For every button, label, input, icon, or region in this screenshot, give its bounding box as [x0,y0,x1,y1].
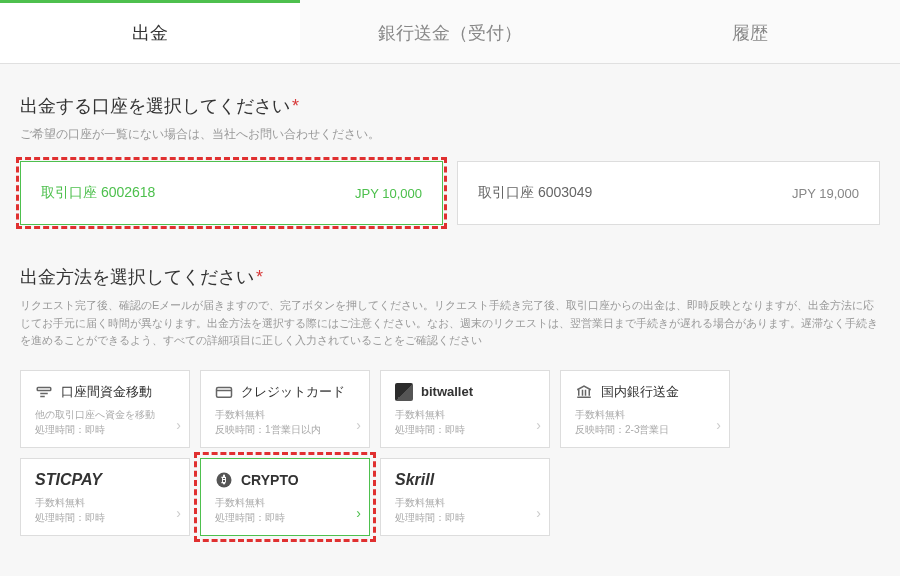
method-card-bitwallet[interactable]: bitwallet 手数料無料 処理時間：即時 › [380,370,550,448]
chevron-right-icon: › [176,417,181,433]
method-card-crypto[interactable]: ₿ CRYPTO 手数料無料 処理時間：即時 › [200,458,370,536]
chevron-right-icon: › [716,417,721,433]
method-meta-line: 手数料無料 [215,495,355,510]
tab-withdraw-label: 出金 [132,23,168,43]
tab-bank-transfer-label: 銀行送金（受付） [378,23,522,43]
account-card[interactable]: 取引口座 6003049 JPY 19,000 [457,161,880,225]
method-meta-line: 処理時間：即時 [35,422,175,437]
chevron-right-icon: › [536,505,541,521]
method-section-title: 出金方法を選択してください* [20,265,880,289]
method-meta-line: 手数料無料 [35,495,175,510]
required-star: * [292,96,299,116]
chevron-right-icon: › [356,417,361,433]
tab-withdraw[interactable]: 出金 [0,0,300,63]
account-section-sub: ご希望の口座が一覧にない場合は、当社へお問い合わせください。 [20,126,880,143]
bitcoin-icon: ₿ [215,471,233,489]
tab-bank-transfer[interactable]: 銀行送金（受付） [300,0,600,63]
chevron-right-icon: › [176,505,181,521]
method-meta-line: 手数料無料 [215,407,355,422]
account-list: 取引口座 6002618 JPY 10,000 取引口座 6003049 JPY… [20,161,880,225]
method-card-bank[interactable]: 国内銀行送金 手数料無料 反映時間：2-3営業日 › [560,370,730,448]
method-card-credit[interactable]: クレジットカード 手数料無料 反映時間：1営業日以内 › [200,370,370,448]
method-meta-line: 処理時間：即時 [215,510,355,525]
account-card[interactable]: 取引口座 6002618 JPY 10,000 [20,161,443,225]
method-card-sticpay[interactable]: STICPAY 手数料無料 処理時間：即時 › [20,458,190,536]
method-meta-line: 処理時間：即時 [395,510,535,525]
required-star: * [256,267,263,287]
tab-history[interactable]: 履歴 [600,0,900,63]
bank-icon [575,383,593,401]
method-meta-line: 手数料無料 [575,407,715,422]
credit-card-icon [215,383,233,401]
method-meta-line: 処理時間：即時 [395,422,535,437]
account-balance: JPY 10,000 [355,186,422,201]
method-title: クレジットカード [241,383,345,401]
account-balance: JPY 19,000 [792,186,859,201]
svg-text:₿: ₿ [221,474,226,485]
method-title: 国内銀行送金 [601,383,679,401]
method-section-desc: リクエスト完了後、確認のEメールが届きますので、完了ボタンを押してください。リク… [20,297,880,350]
account-label: 取引口座 6002618 [41,184,155,202]
method-title: 口座間資金移動 [61,383,152,401]
method-title: Skrill [395,471,434,489]
svg-rect-1 [217,387,232,397]
svg-rect-0 [37,387,51,390]
method-meta-line: 手数料無料 [395,495,535,510]
transfer-icon [35,383,53,401]
tab-history-label: 履歴 [732,23,768,43]
account-label: 取引口座 6003049 [478,184,592,202]
method-meta-line: 他の取引口座へ資金を移動 [35,407,175,422]
method-title: STICPAY [35,471,102,489]
method-meta-line: 反映時間：2-3営業日 [575,422,715,437]
account-section-title: 出金する口座を選択してください* [20,94,880,118]
method-meta-line: 手数料無料 [395,407,535,422]
method-meta-line: 処理時間：即時 [35,510,175,525]
method-title: CRYPTO [241,472,299,488]
tab-bar: 出金 銀行送金（受付） 履歴 [0,0,900,64]
chevron-right-icon: › [536,417,541,433]
method-card-skrill[interactable]: Skrill 手数料無料 処理時間：即時 › [380,458,550,536]
method-title: bitwallet [421,384,473,399]
method-grid: 口座間資金移動 他の取引口座へ資金を移動 処理時間：即時 › クレジットカード … [20,370,880,536]
method-card-transfer[interactable]: 口座間資金移動 他の取引口座へ資金を移動 処理時間：即時 › [20,370,190,448]
chevron-right-icon: › [356,505,361,521]
method-meta-line: 反映時間：1営業日以内 [215,422,355,437]
bitwallet-icon [395,383,413,401]
